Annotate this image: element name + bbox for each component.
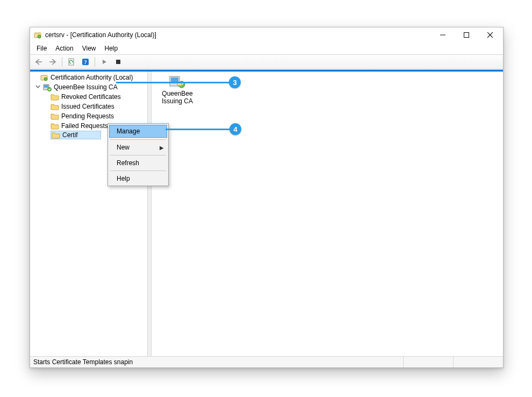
tree-cert-templates[interactable]: Certif: [51, 131, 101, 139]
folder-icon: [51, 93, 59, 101]
play-icon: [102, 59, 107, 65]
tree-root[interactable]: Certification Authority (Local): [30, 73, 147, 82]
tree-revoked[interactable]: Revoked Certificates: [30, 92, 147, 102]
nav-forward-button[interactable]: [46, 56, 59, 68]
arrow-left-icon: [35, 59, 42, 65]
context-menu-new[interactable]: New ▶: [109, 141, 167, 153]
cert-authority-root-icon: [40, 73, 48, 82]
folder-icon: [51, 112, 59, 120]
tree-pending[interactable]: Pending Requests: [30, 111, 147, 121]
server-ca-icon: [43, 83, 52, 91]
context-menu: Manage New ▶ Refresh Help: [107, 123, 169, 186]
minimize-icon: [440, 32, 445, 38]
svg-rect-4: [464, 33, 469, 38]
svg-rect-10: [116, 60, 120, 64]
svg-text:?: ?: [84, 59, 87, 65]
close-button[interactable]: [478, 27, 502, 42]
context-menu-refresh[interactable]: Refresh: [109, 157, 167, 169]
titlebar: certsrv - [Certification Authority (Loca…: [30, 27, 503, 42]
context-menu-label: New: [117, 144, 130, 151]
context-menu-help[interactable]: Help: [109, 173, 167, 185]
client-area: Certification Authority (Local) QueenBee…: [30, 72, 503, 356]
svg-rect-14: [44, 85, 48, 88]
result-item-label-line2: Issuing CA: [156, 97, 199, 105]
svg-point-12: [44, 77, 47, 81]
context-menu-label: Help: [117, 175, 130, 182]
tree-item-label: Certif: [62, 131, 78, 139]
splitter[interactable]: [148, 72, 152, 356]
folder-icon: [51, 122, 59, 130]
refresh-button[interactable]: [65, 56, 78, 68]
statusbar-text: Starts Certificate Templates snapin: [30, 357, 403, 367]
annotation-callout-3: 3: [229, 76, 241, 88]
toolbar-separator: [62, 57, 62, 67]
folder-icon: [51, 102, 59, 111]
window-controls: [431, 27, 502, 42]
statusbar-cell: [453, 357, 503, 367]
statusbar-cell: [403, 357, 453, 367]
menubar: File Action View Help: [30, 42, 503, 54]
tree-item-label: Failed Requests: [61, 122, 108, 130]
stop-icon: [116, 59, 121, 65]
app-window: certsrv - [Certification Authority (Loca…: [30, 27, 504, 368]
menu-file[interactable]: File: [32, 44, 51, 53]
annotation-leader: [116, 82, 230, 83]
tree-item-label: Pending Requests: [61, 112, 114, 120]
window-title: certsrv - [Certification Authority (Loca…: [45, 31, 431, 39]
maximize-icon: [464, 32, 469, 38]
tree-root-label: Certification Authority (Local): [51, 74, 133, 81]
tree-item-label: Issued Certificates: [61, 103, 114, 110]
menu-help[interactable]: Help: [100, 44, 123, 53]
nav-back-button[interactable]: [32, 56, 45, 68]
collapse-icon[interactable]: [34, 84, 41, 90]
menu-view[interactable]: View: [78, 44, 100, 53]
minimize-button[interactable]: [431, 27, 455, 42]
arrow-right-icon: [49, 59, 56, 65]
close-icon: [487, 32, 493, 38]
maximize-button[interactable]: [455, 27, 478, 42]
context-menu-separator: [110, 155, 166, 155]
svg-line-6: [487, 32, 493, 38]
context-menu-separator: [110, 171, 166, 171]
svg-line-5: [487, 32, 493, 38]
annotation-leader: [166, 129, 231, 130]
svg-rect-1: [34, 33, 41, 34]
svg-point-2: [38, 35, 41, 38]
tree-issued[interactable]: Issued Certificates: [30, 102, 147, 111]
context-menu-label: Refresh: [117, 159, 139, 167]
submenu-arrow-icon: ▶: [160, 145, 164, 151]
play-button[interactable]: [98, 56, 111, 68]
toolbar-separator: [95, 57, 95, 67]
toolbar: ?: [30, 54, 503, 69]
result-item-label-line1: QueenBee: [156, 90, 199, 97]
tree-ca[interactable]: QueenBee Issuing CA: [30, 82, 147, 92]
context-menu-manage[interactable]: Manage: [109, 125, 167, 138]
results-pane[interactable]: QueenBee Issuing CA: [152, 72, 503, 356]
stop-button[interactable]: [112, 56, 125, 68]
statusbar: Starts Certificate Templates snapin: [30, 356, 503, 367]
tree-ca-label: QueenBee Issuing CA: [54, 83, 118, 91]
folder-icon: [52, 131, 60, 139]
certsrv-app-icon: [33, 31, 42, 39]
tree-pane: Certification Authority (Local) QueenBee…: [30, 72, 148, 356]
result-item-ca[interactable]: QueenBee Issuing CA: [156, 75, 199, 105]
context-menu-separator: [110, 139, 166, 140]
tree-item-label: Revoked Certificates: [61, 93, 121, 101]
help-button[interactable]: ?: [79, 56, 92, 68]
refresh-page-icon: [68, 58, 75, 66]
menu-action[interactable]: Action: [51, 44, 77, 53]
annotation-callout-4: 4: [229, 123, 241, 135]
context-menu-label: Manage: [117, 127, 140, 135]
help-icon: ?: [82, 58, 89, 66]
